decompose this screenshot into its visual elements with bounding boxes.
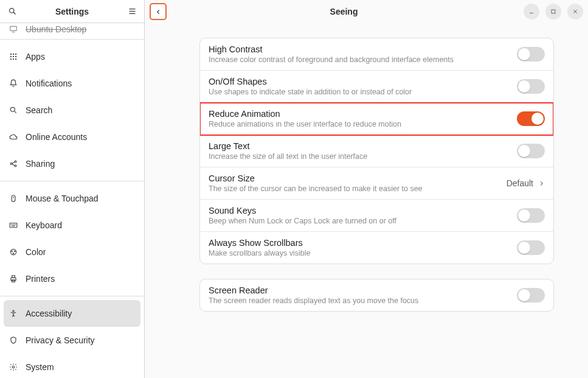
row-title: Screen Reader (209, 285, 517, 295)
svg-line-17 (14, 111, 16, 113)
row-reduce-animation[interactable]: Reduce Animation Reduce animations in th… (200, 103, 553, 135)
row-desc: Increase color contrast of foreground an… (209, 55, 517, 64)
row-always-show-scrollbars[interactable]: Always Show Scrollbars Make scrollbars a… (200, 232, 553, 264)
row-title: On/Off Shapes (209, 77, 517, 86)
svg-line-22 (12, 164, 15, 166)
onoff-shapes-toggle[interactable] (517, 79, 545, 94)
row-title: Sound Keys (209, 206, 517, 215)
screen-reader-panel: Screen Reader The screen reader reads di… (199, 279, 554, 312)
sidebar-title: Settings (24, 7, 120, 16)
row-title: Reduce Animation (209, 109, 517, 119)
always-show-scrollbars-toggle[interactable] (517, 240, 545, 255)
row-screen-reader[interactable]: Screen Reader The screen reader reads di… (200, 279, 553, 311)
close-icon (572, 9, 578, 15)
main-panel: Seeing High Contrast Increase color cont… (145, 0, 588, 378)
bell-icon (9, 79, 18, 88)
cursor-size-value: Default (507, 178, 533, 188)
sidebar-item-online-accounts[interactable]: Online Accounts (0, 124, 144, 150)
svg-point-9 (15, 54, 16, 55)
row-title: High Contrast (209, 44, 517, 54)
sidebar-item-ubuntu-desktop[interactable]: Ubuntu Desktop (0, 23, 144, 35)
sidebar-item-label: Notifications (26, 79, 72, 88)
sidebar-item-label: Apps (26, 52, 45, 61)
sidebar-item-accessibility[interactable]: Accessibility (4, 300, 140, 327)
svg-point-28 (13, 225, 13, 225)
screen-reader-toggle[interactable] (517, 288, 545, 303)
row-large-text[interactable]: Large Text Increase the size of all text… (200, 135, 553, 167)
sidebar-item-label: Accessibility (26, 309, 72, 318)
sidebar-item-privacy-security[interactable]: Privacy & Security (0, 327, 144, 354)
sidebar-list: Ubuntu Desktop Apps Notifications Search (0, 23, 144, 378)
main-header: Seeing (145, 0, 588, 23)
sidebar-item-label: Search (26, 105, 52, 115)
sidebar-item-sharing[interactable]: Sharing (0, 150, 144, 177)
search-icon (9, 105, 18, 115)
maximize-button[interactable] (545, 4, 561, 19)
sidebar-header: Settings (0, 0, 144, 23)
svg-point-29 (14, 225, 15, 225)
settings-sidebar: Settings Ubuntu Desktop Apps Notificatio… (0, 0, 145, 378)
desktop-icon (9, 24, 18, 34)
sidebar-item-system[interactable]: System (0, 354, 144, 378)
svg-point-38 (13, 310, 14, 312)
sidebar-item-label: Sharing (26, 159, 55, 169)
content-area: High Contrast Increase color contrast of… (145, 23, 588, 378)
row-desc: Reduce animations in the user interface … (209, 120, 517, 128)
svg-point-0 (9, 9, 14, 13)
svg-point-13 (10, 58, 12, 60)
svg-point-34 (13, 253, 13, 254)
row-title: Always Show Scrollbars (209, 238, 517, 248)
gear-icon (9, 362, 18, 372)
back-button[interactable] (150, 3, 167, 20)
hamburger-icon (128, 7, 137, 16)
sidebar-separator (0, 296, 144, 296)
svg-point-33 (15, 251, 15, 251)
large-text-toggle[interactable] (517, 144, 545, 158)
svg-point-10 (10, 56, 12, 57)
sidebar-item-mouse-touchpad[interactable]: Mouse & Touchpad (0, 185, 144, 212)
svg-point-11 (13, 56, 14, 57)
row-desc: Use shapes to indicate state in addition… (209, 88, 517, 96)
row-high-contrast[interactable]: High Contrast Increase color contrast of… (200, 38, 553, 71)
svg-point-30 (15, 225, 16, 225)
row-cursor-size[interactable]: Cursor Size The size of the cursor can b… (200, 167, 553, 200)
printer-icon (9, 274, 18, 284)
sidebar-item-search[interactable]: Search (0, 97, 144, 124)
sidebar-item-color[interactable]: Color (0, 239, 144, 265)
minimize-button[interactable] (524, 4, 539, 19)
row-desc: Beep when Num Lock or Caps Lock are turn… (209, 217, 517, 225)
high-contrast-toggle[interactable] (517, 47, 545, 61)
search-icon (8, 7, 17, 16)
close-button[interactable] (567, 4, 583, 19)
keyboard-icon (9, 220, 18, 230)
svg-rect-23 (12, 195, 15, 202)
sidebar-item-notifications[interactable]: Notifications (0, 70, 144, 97)
sidebar-item-printers[interactable]: Printers (0, 265, 144, 292)
sidebar-item-label: Ubuntu Desktop (26, 24, 86, 34)
sidebar-item-apps[interactable]: Apps (0, 43, 144, 70)
row-desc: The screen reader reads displayed text a… (209, 296, 517, 305)
svg-point-16 (10, 107, 15, 111)
row-onoff-shapes[interactable]: On/Off Shapes Use shapes to indicate sta… (200, 71, 553, 103)
row-desc: The size of the cursor can be increased … (209, 184, 507, 193)
svg-point-15 (15, 58, 16, 60)
seeing-options-panel: High Contrast Increase color contrast of… (199, 38, 554, 264)
sidebar-search-button[interactable] (5, 4, 19, 19)
apps-icon (9, 52, 18, 61)
share-icon (9, 159, 18, 169)
svg-rect-25 (10, 223, 17, 228)
sound-keys-toggle[interactable] (517, 208, 545, 223)
color-icon (9, 247, 18, 257)
sidebar-menu-button[interactable] (125, 4, 139, 19)
row-desc: Increase the size of all text in the use… (209, 152, 517, 161)
sidebar-item-label: Keyboard (26, 220, 62, 230)
row-sound-keys[interactable]: Sound Keys Beep when Num Lock or Caps Lo… (200, 200, 553, 232)
sidebar-item-label: Printers (26, 274, 55, 284)
svg-rect-5 (10, 26, 17, 30)
reduce-animation-toggle[interactable] (517, 111, 545, 126)
accessibility-icon (9, 309, 18, 318)
sidebar-item-label: System (26, 362, 54, 372)
cloud-icon (9, 132, 18, 142)
sidebar-item-keyboard[interactable]: Keyboard (0, 212, 144, 239)
sidebar-separator (0, 181, 144, 181)
